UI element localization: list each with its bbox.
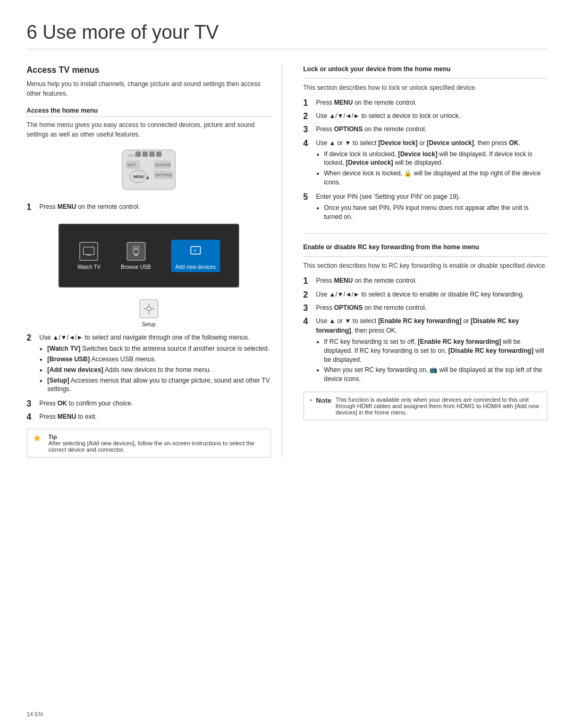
remote-image-container: DEMO EXIT MENU SOURCE OPTIONS ▲ [27, 147, 271, 194]
menu-item-browseusb: Browse USB [121, 242, 151, 270]
rc-step-4-content: Use ▲ or ▼ to select [Enable RC key forw… [316, 316, 548, 385]
svg-rect-3 [142, 151, 148, 157]
note-box: Note This function is available only whe… [303, 392, 548, 420]
lock-step-4-num: 4 [303, 138, 312, 189]
lock-step-5-content: Enter your PIN (see 'Setting your PIN' o… [316, 192, 548, 223]
svg-text:▲: ▲ [145, 174, 150, 180]
menu-screen-wrapper: Watch TV Browse USB [27, 218, 271, 293]
lock-step-4-content: Use ▲ or ▼ to select [Device lock] or [D… [316, 138, 548, 189]
step-4-content: Press MENU to exit. [39, 412, 271, 422]
rc-step-1-content: Press MENU on the remote control. [316, 276, 548, 286]
bullet-setup: [Setup] Accesses menus that allow you to… [47, 376, 271, 394]
lock-bullet-3: Once you have set PIN, PIN input menu do… [324, 204, 548, 222]
svg-text:OPTIONS: OPTIONS [155, 173, 172, 177]
setup-label: Setup [142, 321, 156, 327]
svg-rect-5 [156, 151, 162, 157]
rc-step-4-num: 4 [303, 316, 312, 385]
lock-step-2-num: 2 [303, 111, 312, 121]
lock-step-1-content: Press MENU on the remote control. [316, 98, 548, 108]
rc-step-2-num: 2 [303, 290, 312, 300]
home-menu-subtitle: Access the home menu [27, 107, 271, 117]
step-3-number: 3 [27, 399, 35, 409]
svg-rect-17 [133, 247, 139, 254]
rc-step-3: 3 Press OPTIONS on the remote control. [303, 303, 548, 313]
left-column: Access TV menus Menus help you to instal… [27, 65, 282, 458]
lock-step-3: 3 Press OPTIONS on the remote control. [303, 124, 548, 134]
bullet-adddevices: [Add new devices] Adds new devices to th… [47, 366, 271, 375]
note-text: This function is available only when you… [336, 396, 541, 416]
bullet-browseusb: [Browse USB] Accesses USB menus. [47, 355, 271, 364]
tip-content: Tip After selecting [Add new devices], f… [48, 434, 264, 453]
lock-step-1: 1 Press MENU on the remote control. [303, 98, 548, 108]
page-title: 6 Use more of your TV [27, 21, 547, 49]
add-devices-icon: + [186, 242, 205, 261]
remote-svg: DEMO EXIT MENU SOURCE OPTIONS ▲ [90, 147, 207, 192]
browse-usb-label: Browse USB [121, 264, 151, 270]
step-3: 3 Press OK to confirm your choice. [27, 399, 271, 409]
rc-step-1-num: 1 [303, 276, 312, 286]
svg-text:EXIT: EXIT [128, 163, 136, 167]
lock-step-2: 2 Use ▲/▼/◄/► to select a device to lock… [303, 111, 548, 121]
rc-step-2-content: Use ▲/▼/◄/► to select a device to enable… [316, 290, 548, 300]
svg-text:+: + [193, 248, 197, 253]
rc-step-2: 2 Use ▲/▼/◄/► to select a device to enab… [303, 290, 548, 300]
add-devices-label: Add new devices [175, 264, 216, 270]
rc-step-4: 4 Use ▲ or ▼ to select [Enable RC key fo… [303, 316, 548, 385]
lock-step-2-content: Use ▲/▼/◄/► to select a device to lock o… [316, 111, 548, 121]
rc-section: Enable or disable RC key forwarding from… [303, 233, 548, 420]
browse-usb-icon [126, 242, 146, 261]
rc-step-3-content: Press OPTIONS on the remote control. [316, 303, 548, 313]
rc-bullet-2: When you set RC key forwarding on, 📺 wil… [324, 366, 548, 384]
watch-tv-icon [79, 242, 98, 261]
rc-section-title: Enable or disable RC key forwarding from… [303, 243, 548, 253]
svg-rect-15 [83, 247, 94, 255]
menu-item-adddevices: + Add new devices [171, 240, 220, 272]
tip-label: Tip [48, 434, 57, 440]
lock-intro: This section describes how to lock or un… [303, 83, 548, 92]
watch-tv-label: Watch TV [78, 264, 100, 270]
step-2-content: Use ▲/▼/◄/► to select and navigate throu… [39, 333, 271, 395]
menu-item-watchtv: Watch TV [78, 242, 100, 270]
step-1-content: Press MENU on the remote control. [39, 202, 271, 212]
step-2-bullets: [Watch TV] Switches back to the antenna … [39, 344, 271, 394]
lock-section: Lock or unlock your device from the home… [303, 65, 548, 223]
page-number: 14 EN [27, 711, 43, 717]
tip-text: After selecting [Add new devices], follo… [48, 440, 255, 453]
step-4: 4 Press MENU to exit. [27, 412, 271, 422]
lock-step-1-num: 1 [303, 98, 312, 108]
step-2-number: 2 [27, 333, 35, 395]
rc-bullet-1: If RC key forwarding is set to off, [Ena… [324, 337, 548, 364]
step-1: 1 Press MENU on the remote control. [27, 202, 271, 212]
lock-bullet-2: When device lock is locked, 🔒 will be di… [324, 169, 548, 187]
svg-rect-16 [87, 255, 91, 256]
intro-text: Menus help you to install channels, chan… [27, 79, 271, 98]
svg-rect-4 [149, 151, 155, 157]
svg-point-22 [147, 307, 151, 311]
rc-step-3-num: 3 [303, 303, 312, 313]
lock-step-5-num: 5 [303, 192, 312, 223]
lock-step-3-content: Press OPTIONS on the remote control. [316, 124, 548, 134]
lock-bullet-1: If device lock is unlocked, [Device lock… [324, 150, 548, 168]
svg-text:SOURCE: SOURCE [155, 163, 171, 167]
menu-item-setup: Setup [139, 299, 158, 327]
step-2: 2 Use ▲/▼/◄/► to select and navigate thr… [27, 333, 271, 395]
note-icon: Note [310, 396, 332, 404]
right-column: Lock or unlock your device from the home… [303, 65, 548, 458]
tip-box: ✳ Tip After selecting [Add new devices],… [27, 429, 271, 458]
svg-rect-18 [134, 254, 138, 256]
step-3-content: Press OK to confirm your choice. [39, 399, 271, 409]
svg-rect-19 [134, 248, 138, 250]
bullet-watchtv: [Watch TV] Switches back to the antenna … [47, 344, 271, 353]
lock-step-5: 5 Enter your PIN (see 'Setting your PIN'… [303, 192, 548, 223]
lock-step-4: 4 Use ▲ or ▼ to select [Device lock] or … [303, 138, 548, 189]
tip-icon: ✳ [33, 434, 44, 444]
step-1-number: 1 [27, 202, 35, 212]
home-menu-text: The home menu gives you easy access to c… [27, 120, 271, 139]
lock-section-title: Lock or unlock your device from the home… [303, 65, 548, 75]
svg-rect-2 [136, 151, 141, 157]
section-title: Access TV menus [27, 65, 271, 75]
svg-text:MENU: MENU [133, 175, 145, 179]
step-4-number: 4 [27, 412, 35, 422]
rc-step-1: 1 Press MENU on the remote control. [303, 276, 548, 286]
setup-icon [139, 299, 158, 318]
